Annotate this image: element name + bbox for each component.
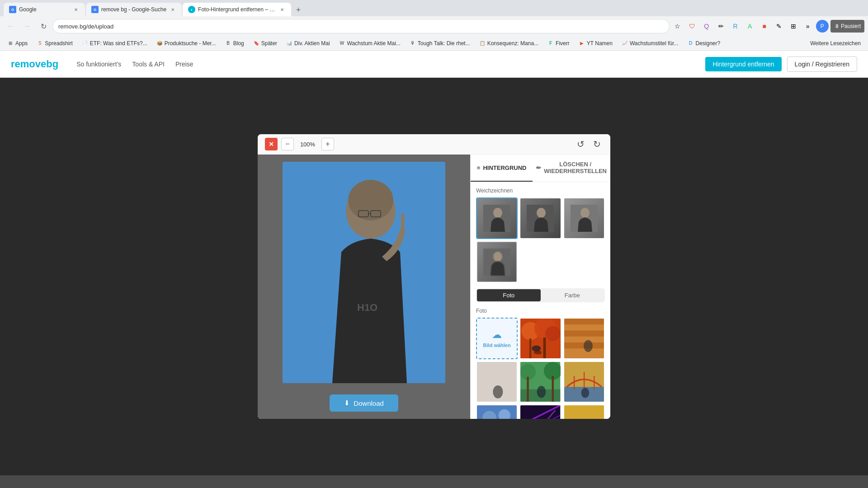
tab-hintergrund[interactable]: ≡ HINTERGRUND xyxy=(471,155,533,182)
tab-loeschen[interactable]: ✏ LÖSCHEN / WIEDERHERSTELLEN xyxy=(533,155,610,182)
extension-icon-2[interactable]: Q xyxy=(700,20,713,33)
bg-thumb-5[interactable] xyxy=(563,361,605,403)
svg-point-24 xyxy=(532,345,541,351)
modal-toolbar: ✕ − 100% + ↺ ↻ xyxy=(258,134,610,155)
tab-google[interactable]: G Google ✕ xyxy=(4,3,85,16)
removebg-logo: removebg xyxy=(11,58,58,70)
soft-thumb-1[interactable] xyxy=(476,197,518,239)
upload-bg-button[interactable]: ☁ Bild wählen xyxy=(476,318,518,359)
bg-thumb-4[interactable] xyxy=(519,361,561,403)
tab-google-close[interactable]: ✕ xyxy=(72,6,80,13)
bookmark-fiverr[interactable]: F Fiverr xyxy=(544,39,573,47)
tab-removebg-favicon: r xyxy=(188,6,195,13)
bg-thumb-8[interactable] xyxy=(563,404,605,419)
bookmark-div-aktien[interactable]: 📊 Div. Aktien Mai xyxy=(283,39,333,47)
more-extensions-icon[interactable]: » xyxy=(802,20,814,33)
bg-thumb-1[interactable] xyxy=(519,318,561,359)
bookmark-apps[interactable]: ⊞ Apps xyxy=(4,39,31,47)
bookmark-designer-icon: D xyxy=(688,40,694,47)
rotate-left-button[interactable]: ↺ xyxy=(574,138,587,150)
bookmark-star-icon[interactable]: ☆ xyxy=(671,20,684,33)
browser-toolbar: ← → ↻ remove.bg/de/upload ☆ 🛡 Q ✏ R A ■ … xyxy=(0,16,868,36)
zoom-out-button[interactable]: − xyxy=(281,138,294,150)
bookmark-konsequenz[interactable]: 📋 Konsequenz: Mana... xyxy=(476,39,542,47)
login-registrieren-button[interactable]: Login / Registrieren xyxy=(787,56,857,72)
svg-rect-7 xyxy=(401,214,405,226)
rotate-right-button[interactable]: ↻ xyxy=(590,138,603,150)
zoom-out-icon: − xyxy=(285,140,289,148)
tab-removebg[interactable]: r Foto-Hintergrund entfernen – re... ✕ xyxy=(183,3,291,16)
bookmark-more[interactable]: Weitere Lesezeichen xyxy=(807,39,864,47)
bookmark-fiverr-icon: F xyxy=(547,40,554,47)
nav-preise[interactable]: Preise xyxy=(175,61,193,68)
extension-icon-3[interactable]: ✏ xyxy=(715,20,727,33)
panel-tabs: ≡ HINTERGRUND ✏ LÖSCHEN / WIEDERHERSTELL… xyxy=(471,155,610,182)
bookmark-designer[interactable]: D Designer? xyxy=(684,39,724,47)
loeschen-tab-label: LÖSCHEN / WIEDERHERSTELLEN xyxy=(544,161,607,174)
svg-rect-21 xyxy=(529,338,531,358)
forward-button[interactable]: → xyxy=(20,19,34,33)
bookmark-spreadshirt[interactable]: S Spreadshirt xyxy=(33,39,76,47)
tab-bar: G Google ✕ G remove bg - Google-Suche ✕ … xyxy=(0,0,868,16)
bookmark-spaeter-icon: 🔖 xyxy=(253,40,259,47)
modal-close-button[interactable]: ✕ xyxy=(265,138,278,150)
profile-icon[interactable]: P xyxy=(816,20,829,33)
svg-point-47 xyxy=(581,388,589,398)
softening-label: Weichzeichnen xyxy=(476,188,605,194)
bg-thumb-7[interactable] xyxy=(519,404,561,419)
nav-tools-api[interactable]: Tools & API xyxy=(132,61,165,68)
bg-thumb-6[interactable] xyxy=(476,404,518,419)
zoom-in-icon: + xyxy=(326,140,330,148)
bg-type-foto-tab[interactable]: Foto xyxy=(477,289,541,301)
zoom-in-button[interactable]: + xyxy=(321,138,334,150)
download-label: Download xyxy=(354,399,384,407)
loeschen-tab-icon: ✏ xyxy=(536,164,541,171)
bookmark-wachstumstitel[interactable]: 📈 Wachstumstitel für... xyxy=(618,39,682,47)
bookmark-spaeter[interactable]: 🔖 Später xyxy=(250,39,281,47)
hintergrund-entfernen-button[interactable]: Hintergrund entfernen xyxy=(705,57,781,71)
hintergrund-tab-label: HINTERGRUND xyxy=(483,164,526,171)
address-bar[interactable]: remove.bg/de/upload xyxy=(52,19,670,33)
extension-icon-6[interactable]: ■ xyxy=(758,20,771,33)
pause-button[interactable]: ⏸ Pausiert xyxy=(830,20,864,33)
modal-image-area: H1O ⬇ Download xyxy=(258,155,470,419)
bookmark-produktsuche-icon: 📦 xyxy=(156,40,163,47)
tab-search-close[interactable]: ✕ xyxy=(169,6,176,13)
bookmark-spreadshirt-icon: S xyxy=(37,40,43,47)
bookmark-tough-talk[interactable]: 🎙 Tough Talk: Die rhet... xyxy=(406,39,474,47)
svg-point-16 xyxy=(493,252,502,262)
page-content: ✕ − 100% + ↺ ↻ xyxy=(0,78,868,475)
extension-icon-7[interactable]: ✎ xyxy=(773,20,785,33)
bookmark-blog[interactable]: B Blog xyxy=(222,39,248,47)
extension-icon-8[interactable]: ⊞ xyxy=(787,20,800,33)
bookmark-produktsuche-label: Produktsuche - Mer... xyxy=(165,40,216,47)
bookmark-blog-label: Blog xyxy=(233,40,244,47)
back-button[interactable]: ← xyxy=(4,19,18,33)
bookmark-produktsuche[interactable]: 📦 Produktsuche - Mer... xyxy=(153,39,220,47)
extension-icon-4[interactable]: R xyxy=(729,20,742,33)
bookmark-etf[interactable]: 📄 ETF: Was sind ETFs?... xyxy=(78,39,151,47)
tab-google-favicon: G xyxy=(9,6,16,13)
soft-thumb-2[interactable] xyxy=(519,197,561,239)
bookmark-wachstum-aktie[interactable]: W Wachstum Aktie Mai... xyxy=(335,39,404,47)
bg-thumb-2[interactable] xyxy=(563,318,605,359)
download-button[interactable]: ⬇ Download xyxy=(330,394,398,412)
bg-thumb-3[interactable] xyxy=(476,361,518,403)
bookmark-yt-namen[interactable]: ▶ YT Namen xyxy=(575,39,616,47)
upload-label-text: Bild wählen xyxy=(483,343,511,348)
bookmark-apps-label: Apps xyxy=(15,40,28,47)
new-tab-button[interactable]: + xyxy=(292,4,305,16)
bg-type-farbe-tab[interactable]: Farbe xyxy=(541,289,604,301)
tab-search[interactable]: G remove bg - Google-Suche ✕ xyxy=(86,3,182,16)
soft-thumb-3[interactable] xyxy=(563,197,605,239)
extension-icon-5[interactable]: A xyxy=(744,20,756,33)
nav-so-funktioniert[interactable]: So funktioniert's xyxy=(76,61,121,68)
modal-body: H1O ⬇ Download xyxy=(258,155,610,419)
header-actions: Hintergrund entfernen Login / Registrier… xyxy=(705,56,857,72)
svg-rect-31 xyxy=(564,348,604,358)
tab-removebg-close[interactable]: ✕ xyxy=(278,6,286,13)
tab-search-title: remove bg - Google-Suche xyxy=(101,6,166,13)
refresh-button[interactable]: ↻ xyxy=(36,19,51,33)
soft-thumb-4[interactable] xyxy=(476,241,518,282)
extension-icon-1[interactable]: 🛡 xyxy=(686,20,698,33)
